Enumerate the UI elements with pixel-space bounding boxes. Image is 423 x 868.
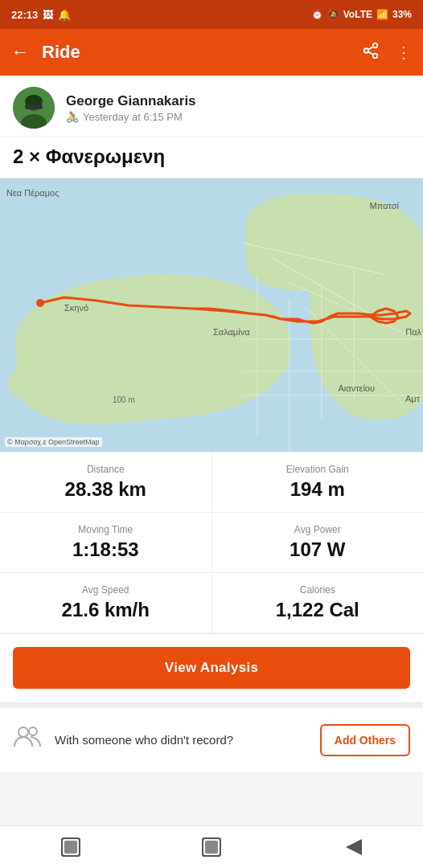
map-label-nea-peramos: Νεα Πέραμος (6, 188, 59, 198)
stat-time-label: Moving Time (13, 524, 199, 535)
more-options-button[interactable]: ⋮ (396, 43, 412, 62)
stat-calories-value: 1,122 Cal (225, 599, 411, 621)
map-label-skino: Σκηνό (64, 303, 88, 313)
svg-rect-26 (64, 841, 77, 854)
add-others-section: With someone who didn't record? Add Othe… (0, 702, 423, 772)
map-label-salamina: Σαλαμίνα (213, 327, 250, 337)
stats-row-1: Distance 28.38 km Elevation Gain 194 m (0, 452, 423, 513)
map-label-mpatsi: Μπατσί (370, 201, 399, 211)
signal-icon: 📶 (376, 9, 388, 20)
stat-speed-value: 21.6 km/h (13, 599, 199, 621)
map-roads-svg (0, 178, 423, 452)
stat-elevation-value: 194 m (225, 478, 411, 501)
status-image-icon: 🖼 (43, 9, 53, 21)
stats-section: Distance 28.38 km Elevation Gain 194 m M… (0, 452, 423, 633)
map-label-amt: Αμτ (405, 394, 420, 403)
user-card: George Giannakaris 🚴 Yesterday at 6:15 P… (0, 76, 423, 137)
alarm-icon: ⏰ (311, 9, 323, 20)
add-others-prompt: With someone who didn't record? (55, 731, 307, 748)
bottom-nav (0, 825, 423, 868)
map-scale-label: 100 m (113, 395, 135, 404)
status-time: 22:13 (11, 9, 38, 21)
avatar (13, 87, 55, 129)
nav-item-2[interactable] (199, 834, 224, 860)
stat-distance-value: 28.38 km (13, 478, 199, 501)
ride-title: 2 × Φανερωμενη (13, 145, 410, 168)
user-info: George Giannakaris 🚴 Yesterday at 6:15 P… (66, 93, 196, 123)
user-meta: 🚴 Yesterday at 6:15 PM (66, 111, 196, 123)
status-right: ⏰ 🔕 VoLTE 📶 33% (311, 9, 412, 20)
app-header: ← Ride ⋮ (0, 29, 423, 76)
map-label-aianteio: Αιαντείου (339, 383, 375, 393)
nav-item-1[interactable] (58, 834, 84, 860)
page-title: Ride (42, 42, 362, 63)
status-notify-icon: 🔔 (58, 9, 71, 21)
stat-distance-label: Distance (13, 464, 199, 475)
ride-title-section: 2 × Φανερωμενη (0, 137, 423, 178)
stat-power-label: Avg Power (225, 524, 411, 535)
battery-label: 33% (392, 9, 412, 20)
mute-icon: 🔕 (327, 9, 339, 20)
svg-point-21 (36, 299, 44, 307)
map-background: Νεα Πέραμος Μπατσί Σκηνό Σαλαμίνα Παλ Αι… (0, 178, 423, 452)
svg-line-10 (241, 243, 386, 275)
map-label-pal: Παλ (405, 327, 421, 337)
view-analysis-button[interactable]: View Analysis (13, 647, 410, 689)
stat-elevation-label: Elevation Gain (225, 464, 411, 475)
map-container[interactable]: Νεα Πέραμος Μπατσί Σκηνό Σαλαμίνα Παλ Αι… (0, 178, 423, 452)
stats-row-3: Avg Speed 21.6 km/h Calories 1,122 Cal (0, 573, 423, 633)
back-button[interactable]: ← (11, 42, 29, 63)
map-attribution: © Μαρσοχ.ε OpenStreetMap (5, 437, 102, 447)
stat-speed-label: Avg Speed (13, 584, 199, 596)
svg-line-4 (368, 46, 373, 49)
stat-time: Moving Time 1:18:53 (0, 513, 212, 572)
share-button[interactable] (362, 42, 380, 63)
nav-item-back[interactable] (339, 834, 365, 860)
user-name: George Giannakaris (66, 93, 196, 109)
people-icon (13, 723, 42, 757)
activity-timestamp: Yesterday at 6:15 PM (83, 111, 183, 123)
stat-power: Avg Power 107 W (212, 513, 424, 572)
stat-distance: Distance 28.38 km (0, 452, 212, 512)
svg-marker-30 (346, 839, 362, 855)
stat-calories-label: Calories (225, 584, 411, 596)
header-actions: ⋮ (362, 42, 412, 63)
svg-point-22 (18, 727, 28, 737)
lte-label: VoLTE (343, 9, 372, 20)
stat-time-value: 1:18:53 (13, 538, 199, 561)
svg-rect-9 (25, 104, 43, 109)
stat-calories: Calories 1,122 Cal (212, 573, 424, 633)
svg-line-3 (368, 51, 373, 55)
bike-icon: 🚴 (66, 111, 79, 123)
stat-elevation: Elevation Gain 194 m (212, 452, 424, 512)
view-analysis-section: View Analysis (0, 633, 423, 702)
svg-rect-29 (205, 841, 218, 854)
stat-power-value: 107 W (225, 538, 411, 561)
add-others-button[interactable]: Add Others (320, 724, 410, 756)
status-left: 22:13 🖼 🔔 (11, 9, 71, 21)
stat-speed: Avg Speed 21.6 km/h (0, 573, 212, 633)
stats-row-2: Moving Time 1:18:53 Avg Power 107 W (0, 513, 423, 573)
status-bar: 22:13 🖼 🔔 ⏰ 🔕 VoLTE 📶 33% (0, 0, 423, 29)
svg-point-23 (29, 727, 37, 735)
